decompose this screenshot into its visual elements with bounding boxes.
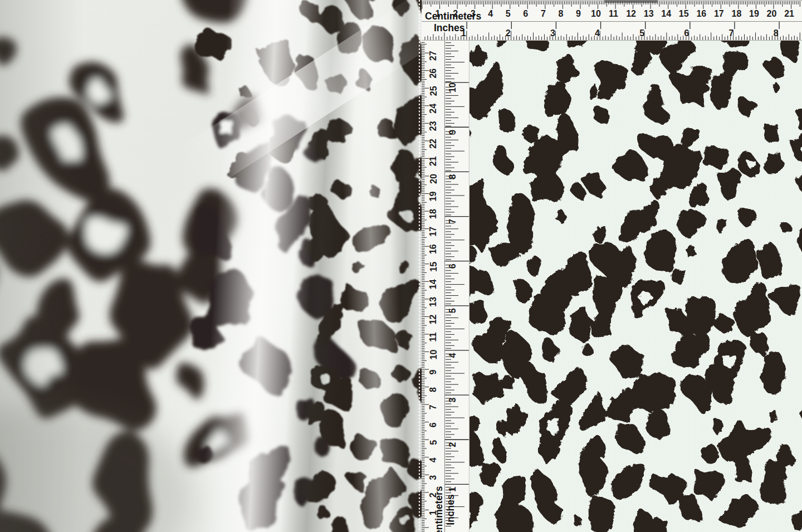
- top-inch-number: 5: [639, 28, 644, 38]
- leopard-spot: [791, 509, 802, 530]
- leopard-spot: [492, 437, 506, 463]
- top-cm-number: 7: [541, 9, 546, 18]
- vertical-ruler: 1234567891011121314151617181920212223242…: [422, 41, 470, 532]
- left-cm-number: 15: [429, 262, 438, 272]
- leopard-spot: [717, 169, 742, 200]
- leopard-spot: [593, 226, 606, 243]
- top-cm-number: 4: [488, 9, 493, 18]
- leopard-spot: [603, 388, 638, 422]
- left-cm-number: 24: [429, 104, 438, 114]
- leopard-spot: [616, 423, 646, 454]
- left-cm-number: 12: [429, 314, 438, 324]
- top-inch-number: 2: [506, 28, 511, 38]
- horizontal-ruler: 1234567891011121314151617181920211234567…: [422, 0, 802, 41]
- top-cm-number: 8: [558, 9, 563, 18]
- draped-fabric-photo: [0, 0, 422, 532]
- leopard-spot: [470, 122, 471, 138]
- leopard-spot: [596, 79, 619, 100]
- leopard-spot: [544, 81, 571, 117]
- left-cm-number: 20: [429, 174, 438, 184]
- top-cm-number: 21: [784, 9, 794, 18]
- leopard-spot: [750, 331, 769, 357]
- leopard-spot: [735, 455, 752, 482]
- leopard-spot: [681, 127, 700, 147]
- leopard-spot: [737, 208, 756, 228]
- leopard-spot: [789, 133, 802, 169]
- left-cm-number: 16: [429, 244, 438, 254]
- top-cm-number: 6: [523, 9, 528, 18]
- leopard-spot: [631, 48, 652, 76]
- left-cm-number: 13: [429, 297, 438, 307]
- leopard-spot: [612, 465, 645, 500]
- leopard-spot: [645, 230, 677, 272]
- leopard-spot: [537, 497, 563, 524]
- leopard-spot: [542, 338, 560, 362]
- leopard-spot: [563, 41, 590, 48]
- leopard-spot: [574, 515, 581, 526]
- leopard-spot: [713, 418, 723, 434]
- leopard-spot: [496, 41, 507, 47]
- leopard-spot: [799, 406, 802, 436]
- leopard-spot: [470, 300, 487, 324]
- top-cm-number: 5: [506, 9, 511, 18]
- left-cm-number: 22: [429, 139, 438, 149]
- leopard-spot: [716, 218, 727, 233]
- vertical-inch-label: Inches: [445, 494, 456, 525]
- leopard-spot: [763, 57, 784, 79]
- leopard-spot: [796, 109, 802, 131]
- leopard-spot: [555, 210, 568, 223]
- leopard-spot: [613, 149, 648, 180]
- fabric-product-photo: 1234567891011121314151617181920211234567…: [0, 0, 802, 532]
- top-cm-number: 20: [767, 9, 777, 18]
- leopard-spot: [689, 182, 708, 207]
- leopard-spot: [588, 496, 614, 532]
- left-cm-number: 10: [429, 350, 438, 360]
- flat-fabric-swatch: [470, 41, 802, 532]
- left-cm-number: 7: [429, 405, 438, 410]
- horizontal-inch-label: Inches: [434, 22, 465, 33]
- leopard-spot: [703, 146, 728, 169]
- left-cm-number: 4: [429, 457, 438, 462]
- leopard-spot: [659, 41, 696, 74]
- leopard-spot: [671, 270, 686, 285]
- leopard-spot: [713, 313, 734, 334]
- leopard-spot: [506, 404, 528, 436]
- flat-fabric-pattern: [470, 41, 802, 532]
- top-cm-number: 13: [644, 9, 654, 18]
- leopard-spot: [609, 345, 644, 379]
- left-cm-number: 17: [429, 227, 438, 237]
- right-edge-shadow: [390, 0, 422, 532]
- leopard-spot: [760, 460, 786, 505]
- leopard-spot: [470, 62, 503, 120]
- left-cm-number: 3: [429, 475, 438, 480]
- leopard-spot: [633, 200, 659, 234]
- left-cm-number: 5: [429, 440, 438, 445]
- horizontal-cm-label: Centimeters: [425, 11, 481, 22]
- leopard-spot: [571, 182, 586, 201]
- left-cm-number: 26: [429, 69, 438, 79]
- leopard-spot: [701, 444, 718, 464]
- leopard-spot: [768, 284, 800, 316]
- leopard-spot: [741, 427, 771, 456]
- top-inch-number: 3: [550, 28, 555, 38]
- top-cm-number: 16: [696, 9, 706, 18]
- leopard-spot: [492, 145, 514, 176]
- leopard-spot: [579, 392, 605, 431]
- left-cm-number: 23: [429, 121, 438, 131]
- top-cm-number: 11: [609, 9, 618, 18]
- top-cm-number: 17: [714, 9, 724, 18]
- leopard-spot: [677, 209, 706, 238]
- leopard-spot: [521, 363, 547, 404]
- leopard-spot: [489, 242, 520, 267]
- top-cm-number: 10: [591, 9, 601, 18]
- leopard-spot: [472, 372, 503, 405]
- leopard-spot: [797, 217, 802, 257]
- leopard-spot: [737, 96, 757, 117]
- left-cm-number: 19: [429, 192, 438, 202]
- left-inch-number: 10: [448, 82, 458, 92]
- top-cm-number: 14: [661, 9, 671, 18]
- leopard-spot: [570, 306, 593, 341]
- leopard-spot: [722, 240, 759, 284]
- leopard-spot: [560, 252, 591, 302]
- leopard-spot: [780, 222, 792, 233]
